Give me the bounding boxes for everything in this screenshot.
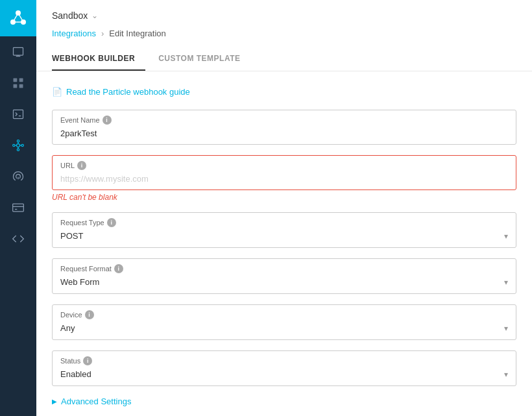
url-label: URL i bbox=[60, 161, 508, 170]
event-name-info-icon[interactable]: i bbox=[103, 116, 112, 125]
url-group: URL i URL can't be blank bbox=[52, 155, 516, 202]
request-type-label: Request Type i bbox=[60, 218, 508, 227]
svg-line-4 bbox=[18, 13, 23, 22]
svg-point-14 bbox=[13, 144, 15, 146]
url-info-icon[interactable]: i bbox=[77, 161, 86, 170]
sidebar: PARTICLE bbox=[0, 0, 36, 416]
request-type-select-wrapper: POST GET PUT DELETE ▾ bbox=[60, 230, 508, 242]
device-group: Device i Any Specific Device ▾ bbox=[52, 304, 516, 340]
svg-rect-12 bbox=[14, 110, 23, 118]
sidebar-item-fingerprint[interactable] bbox=[0, 161, 36, 192]
header: Sandbox ⌄ Integrations › Edit Integratio… bbox=[36, 0, 532, 71]
status-select[interactable]: Enabled Disabled bbox=[60, 368, 508, 380]
request-type-field: Request Type i POST GET PUT DELETE ▾ bbox=[52, 212, 516, 248]
svg-point-15 bbox=[21, 144, 23, 146]
device-select-wrapper: Any Specific Device ▾ bbox=[60, 322, 508, 334]
request-type-select[interactable]: POST GET PUT DELETE bbox=[60, 230, 508, 242]
guide-text: Read the Particle webhook guide bbox=[66, 87, 190, 97]
status-select-wrapper: Enabled Disabled ▾ bbox=[60, 368, 508, 380]
tab-custom-template[interactable]: Custom Template bbox=[158, 49, 250, 71]
event-name-input[interactable] bbox=[60, 128, 508, 138]
device-select[interactable]: Any Specific Device bbox=[60, 322, 508, 334]
svg-rect-9 bbox=[19, 79, 23, 82]
main-content: Sandbox ⌄ Integrations › Edit Integratio… bbox=[36, 0, 532, 416]
device-info-icon[interactable]: i bbox=[85, 310, 94, 319]
svg-rect-8 bbox=[14, 79, 18, 82]
sidebar-item-code[interactable] bbox=[0, 223, 36, 254]
request-type-group: Request Type i POST GET PUT DELETE ▾ bbox=[52, 212, 516, 248]
tab-webhook-builder[interactable]: Webhook Builder bbox=[52, 49, 145, 71]
url-error-message: URL can't be blank bbox=[52, 193, 516, 202]
breadcrumb-current: Edit Integration bbox=[109, 29, 165, 38]
workspace-selector[interactable]: Sandbox ⌄ bbox=[52, 10, 516, 21]
breadcrumb-parent[interactable]: Integrations bbox=[52, 29, 96, 38]
event-name-label: Event Name i bbox=[60, 116, 508, 125]
status-field: Status i Enabled Disabled ▾ bbox=[52, 350, 516, 386]
event-name-field: Event Name i bbox=[52, 110, 516, 145]
sidebar-item-integrations[interactable] bbox=[0, 130, 36, 161]
particle-logo[interactable]: PARTICLE bbox=[0, 0, 36, 36]
svg-point-16 bbox=[17, 140, 19, 142]
sidebar-item-billing[interactable] bbox=[0, 192, 36, 223]
request-format-label: Request Format i bbox=[60, 264, 508, 273]
svg-rect-10 bbox=[14, 84, 18, 88]
breadcrumb-separator: › bbox=[101, 29, 104, 38]
advanced-settings-label: Advanced Settings bbox=[61, 397, 131, 406]
sidebar-item-grid[interactable] bbox=[0, 67, 36, 99]
status-group: Status i Enabled Disabled ▾ bbox=[52, 350, 516, 386]
url-input[interactable] bbox=[60, 174, 508, 184]
document-icon: 📄 bbox=[52, 87, 62, 97]
breadcrumb: Integrations › Edit Integration bbox=[52, 29, 516, 38]
svg-point-13 bbox=[17, 144, 20, 147]
sidebar-item-console[interactable] bbox=[0, 99, 36, 130]
svg-rect-11 bbox=[19, 84, 23, 88]
status-info-icon[interactable]: i bbox=[83, 356, 92, 365]
workspace-chevron: ⌄ bbox=[91, 11, 98, 20]
tab-bar: Webhook Builder Custom Template bbox=[52, 49, 516, 71]
device-field: Device i Any Specific Device ▾ bbox=[52, 304, 516, 340]
device-label: Device i bbox=[60, 310, 508, 319]
svg-rect-7 bbox=[14, 47, 23, 55]
event-name-group: Event Name i bbox=[52, 110, 516, 145]
request-format-group: Request Format i Web Form JSON Query Par… bbox=[52, 258, 516, 294]
svg-point-17 bbox=[17, 149, 19, 151]
guide-link[interactable]: 📄 Read the Particle webhook guide bbox=[52, 87, 516, 97]
advanced-settings-arrow-icon: ▶ bbox=[52, 398, 57, 405]
workspace-name: Sandbox bbox=[52, 10, 88, 21]
advanced-settings-toggle[interactable]: ▶ Advanced Settings bbox=[52, 397, 516, 406]
request-format-info-icon[interactable]: i bbox=[114, 264, 123, 273]
request-format-select[interactable]: Web Form JSON Query Parameters bbox=[60, 276, 508, 288]
request-type-info-icon[interactable]: i bbox=[107, 218, 116, 227]
request-format-select-wrapper: Web Form JSON Query Parameters ▾ bbox=[60, 276, 508, 288]
svg-line-3 bbox=[13, 13, 18, 22]
svg-point-0 bbox=[16, 10, 21, 16]
url-field: URL i bbox=[52, 155, 516, 190]
status-label: Status i bbox=[60, 356, 508, 365]
svg-rect-22 bbox=[13, 204, 24, 212]
form-content: 📄 Read the Particle webhook guide Event … bbox=[36, 71, 532, 416]
sidebar-item-devices[interactable] bbox=[0, 36, 36, 67]
request-format-field: Request Format i Web Form JSON Query Par… bbox=[52, 258, 516, 294]
